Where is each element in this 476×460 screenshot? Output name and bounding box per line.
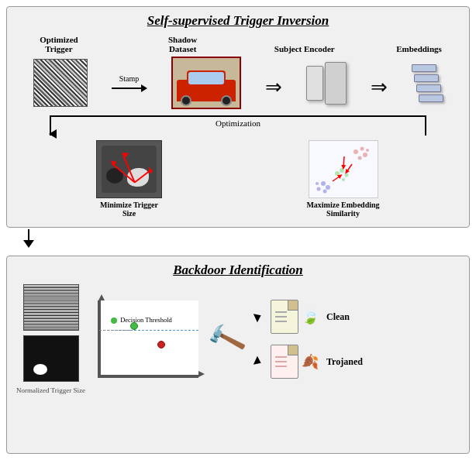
arrow-encoder-to-embeddings: ⇒ bbox=[371, 75, 388, 99]
svg-marker-5 bbox=[121, 153, 129, 158]
stamp-label: Stamp bbox=[119, 74, 140, 83]
svg-point-9 bbox=[357, 156, 361, 160]
optimized-trigger-image bbox=[33, 59, 88, 107]
normalized-trigger-size-label: Normalized Trigger Size bbox=[16, 386, 85, 394]
bottom-content: Normalized Trigger Size bbox=[16, 284, 460, 394]
embeddings-icon bbox=[412, 64, 443, 102]
svg-point-7 bbox=[360, 147, 364, 151]
main-container: Self-supervised Trigger Inversion Optimi… bbox=[0, 0, 476, 460]
label-embeddings: Embeddings bbox=[395, 44, 442, 53]
svg-point-14 bbox=[316, 182, 319, 185]
svg-point-11 bbox=[321, 181, 326, 186]
trigger-diagram bbox=[96, 140, 162, 198]
trojaned-outcome: 🍂 Trojaned bbox=[255, 345, 363, 379]
trojaned-doc-icon bbox=[271, 345, 298, 379]
encoder-icon bbox=[306, 62, 347, 105]
label-shadow-dataset: Shadow Dataset bbox=[153, 35, 212, 53]
svg-point-13 bbox=[326, 185, 330, 190]
minimize-label: Minimize Trigger Size bbox=[95, 201, 164, 218]
threshold-chart: Decision Threshold bbox=[98, 300, 198, 378]
svg-line-1 bbox=[135, 170, 151, 183]
shadow-dataset-image bbox=[171, 57, 241, 109]
gavel-icon: 🔨 bbox=[205, 318, 249, 361]
scatter-plot bbox=[309, 140, 378, 198]
arrow-car-to-encoder: ⇒ bbox=[265, 75, 282, 99]
bottom-left-images: Normalized Trigger Size bbox=[16, 284, 85, 394]
outcomes-column: 🍃 Clean 🍂 bbox=[255, 300, 363, 379]
svg-point-15 bbox=[323, 190, 326, 194]
label-subject-encoder: Subject Encoder bbox=[274, 44, 336, 53]
bottom-section-title: Backdoor Identification bbox=[16, 263, 460, 278]
clean-leaf-icon: 🍃 bbox=[302, 308, 319, 325]
svg-point-6 bbox=[354, 149, 358, 154]
maximize-label: Maximize Embedding Similarity bbox=[305, 201, 382, 218]
trojaned-leaf-icon: 🍂 bbox=[302, 353, 319, 370]
optimization-label: Optimization bbox=[216, 118, 260, 128]
svg-point-19 bbox=[342, 178, 345, 181]
svg-point-10 bbox=[366, 149, 369, 152]
top-section: Self-supervised Trigger Inversion Optimi… bbox=[6, 6, 470, 228]
clean-outcome: 🍃 Clean bbox=[255, 300, 350, 334]
svg-line-22 bbox=[343, 156, 344, 167]
svg-point-17 bbox=[344, 173, 348, 177]
label-optimized-trigger: Optimized Trigger bbox=[33, 35, 84, 53]
svg-point-8 bbox=[363, 153, 367, 157]
svg-marker-4 bbox=[148, 166, 153, 174]
top-section-title: Self-supervised Trigger Inversion bbox=[16, 13, 460, 29]
clean-trigger-image bbox=[23, 335, 79, 382]
bottom-section: Backdoor Identification Normalized Trigg… bbox=[6, 256, 470, 454]
svg-point-12 bbox=[316, 187, 320, 191]
svg-point-18 bbox=[335, 171, 340, 176]
clean-label: Clean bbox=[326, 311, 350, 323]
decision-threshold-label: Decision Threshold bbox=[111, 316, 172, 324]
clean-doc-icon bbox=[271, 300, 298, 334]
svg-point-16 bbox=[340, 168, 344, 173]
vertical-arrow-connector bbox=[6, 229, 470, 248]
svg-line-20 bbox=[347, 164, 352, 172]
noisy-trigger-image bbox=[23, 284, 79, 331]
trojaned-label: Trojaned bbox=[326, 356, 363, 368]
svg-line-21 bbox=[333, 176, 340, 181]
